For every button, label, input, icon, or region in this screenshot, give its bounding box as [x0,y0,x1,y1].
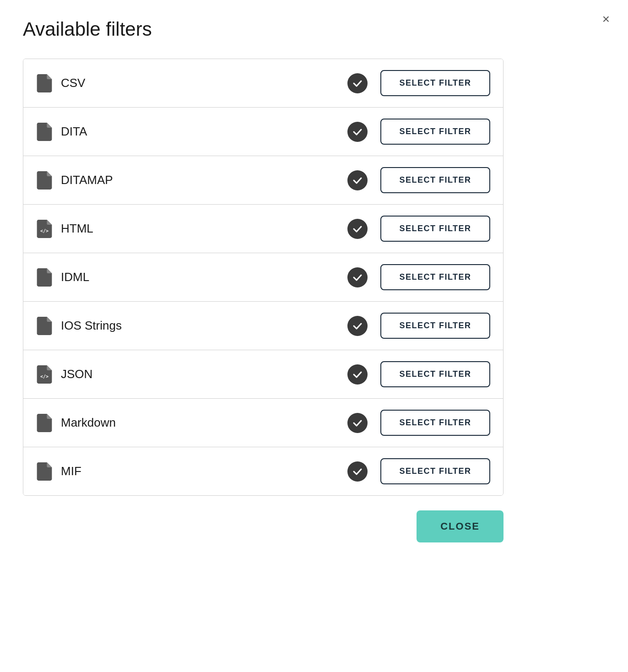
idml-check-circle [347,267,368,287]
ios-strings-select-filter-button[interactable]: SELECT FILTER [380,313,490,339]
csv-file-icon [36,74,53,92]
filter-row-markdown: Markdown SELECT FILTER [23,399,503,447]
ditamap-file-icon [36,171,53,190]
markdown-file-icon [36,414,53,432]
ios-strings-filter-name: IOS Strings [61,319,347,333]
json-select-filter-button[interactable]: SELECT FILTER [380,361,490,387]
close-x-button[interactable]: × [599,11,613,27]
json-filter-name: JSON [61,367,347,381]
html-select-filter-button[interactable]: SELECT FILTER [380,216,490,242]
csv-check-circle [347,73,368,93]
filter-row-ios-strings: IOS Strings SELECT FILTER [23,302,503,350]
html-check-circle [347,219,368,239]
html-file-icon: </> [36,220,53,238]
filter-row-json: </> JSON SELECT FILTER [23,350,503,399]
filters-table: CSV SELECT FILTER DITA SELECT FILTER [23,59,503,496]
mif-file-icon [36,462,53,481]
ditamap-check-circle [347,170,368,190]
filter-row-html: </> HTML SELECT FILTER [23,205,503,253]
dita-file-icon [36,123,53,141]
filter-row-csv: CSV SELECT FILTER [23,59,503,108]
dita-check-circle [347,122,368,142]
modal-footer: CLOSE [23,510,503,542]
csv-filter-name: CSV [61,76,347,90]
markdown-filter-name: Markdown [61,416,347,430]
dita-select-filter-button[interactable]: SELECT FILTER [380,119,490,145]
filter-row-mif: MIF SELECT FILTER [23,447,503,495]
html-filter-name: HTML [61,222,347,236]
json-check-circle [347,364,368,385]
mif-filter-name: MIF [61,464,347,478]
markdown-check-circle [347,413,368,433]
idml-filter-name: IDML [61,270,347,284]
mif-check-circle [347,461,368,482]
ditamap-select-filter-button[interactable]: SELECT FILTER [380,167,490,193]
modal-title: Available filters [23,18,605,40]
json-file-icon: </> [36,365,53,384]
modal-overlay: × Available filters CSV SELECT FILTER [0,0,628,672]
filter-row-dita: DITA SELECT FILTER [23,108,503,156]
idml-file-icon [36,268,53,287]
ios-strings-file-icon [36,317,53,335]
dita-filter-name: DITA [61,125,347,139]
ios-strings-check-circle [347,316,368,336]
filters-container: CSV SELECT FILTER DITA SELECT FILTER [23,59,605,496]
ditamap-filter-name: DITAMAP [61,173,347,187]
filter-row-ditamap: DITAMAP SELECT FILTER [23,156,503,205]
markdown-select-filter-button[interactable]: SELECT FILTER [380,410,490,436]
csv-select-filter-button[interactable]: SELECT FILTER [380,70,490,96]
svg-text:</>: </> [40,374,49,379]
filter-row-idml: IDML SELECT FILTER [23,253,503,302]
svg-text:</>: </> [40,228,49,233]
mif-select-filter-button[interactable]: SELECT FILTER [380,458,490,484]
close-button[interactable]: CLOSE [417,510,503,542]
idml-select-filter-button[interactable]: SELECT FILTER [380,264,490,290]
